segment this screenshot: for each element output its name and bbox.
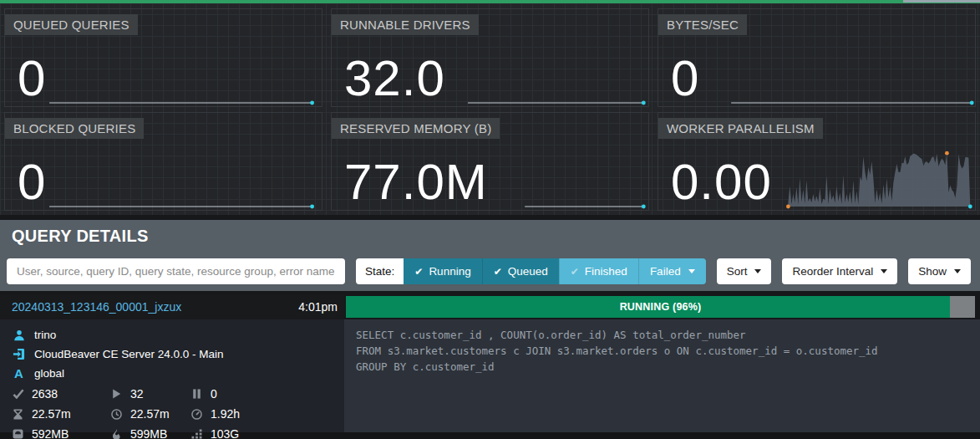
chevron-down-icon — [688, 269, 695, 273]
query-filter-toolbar: State: ✔ Running ✔ Queued ✔ Finished Fai… — [0, 252, 980, 291]
card-blocked-queries: BLOCKED QUERIES 0 — [4, 112, 322, 211]
search-input[interactable] — [7, 258, 345, 284]
progress-track: RUNNING (96%) — [346, 296, 975, 318]
stat-value: 592MB — [32, 427, 69, 439]
query-row-header: 20240313_123146_00001_jxzux 4:01pm — [0, 294, 344, 319]
card-value: 0 — [18, 52, 46, 105]
query-details-header: QUERY DETAILS — [0, 220, 980, 252]
top-progress-segment — [903, 0, 980, 3]
card-title: BLOCKED QUERIES — [5, 118, 144, 139]
pause-icon — [190, 389, 203, 399]
card-worker-parallelism: WORKER PARALLELISM 0.00 — [658, 112, 976, 211]
hourglass-icon — [12, 409, 24, 420]
current-memory-stat: 592MB — [12, 427, 110, 439]
fire-icon — [110, 429, 123, 439]
peak-memory-stat: 599MB — [110, 427, 190, 439]
sort-label: Sort — [727, 265, 748, 278]
card-value: 0 — [18, 156, 46, 208]
sign-in-icon — [12, 348, 26, 360]
play-icon — [110, 389, 123, 399]
card-reserved-memory: RESERVED MEMORY (B) 77.0M — [331, 112, 649, 211]
card-title: BYTES/SEC — [658, 14, 747, 35]
card-runnable-drivers: RUNNABLE DRIVERS 32.0 — [331, 8, 649, 107]
clock-icon — [110, 409, 123, 420]
reorder-interval-dropdown[interactable]: Reorder Interval — [782, 258, 897, 284]
query-sql-panel: SELECT c.customer_id , COUNT(o.order_id)… — [344, 319, 980, 432]
card-value: 0.00 — [671, 156, 772, 208]
stat-value: 2638 — [32, 387, 58, 401]
wall-time-stat: 22.57m — [12, 407, 110, 421]
chevron-down-icon — [881, 269, 887, 273]
card-title: RUNNABLE DRIVERS — [332, 14, 479, 35]
card-value: 32.0 — [344, 52, 445, 105]
query-user-row: trino — [12, 325, 344, 345]
cpu-time-stat: 1.92h — [190, 407, 344, 421]
query-source: CloudBeaver CE Server 24.0.0 - Main — [34, 348, 224, 360]
state-filter-label: State: — [356, 258, 404, 284]
user-icon — [12, 329, 26, 341]
page-title: QUERY DETAILS — [12, 227, 149, 246]
chevron-down-icon — [954, 269, 961, 273]
running-splits-stat: 32 — [110, 387, 190, 401]
query-stats-grid: 2638 32 0 22.57m — [12, 387, 344, 439]
state-filter-finished-button[interactable]: ✔ Finished — [559, 258, 638, 284]
resource-group-row: A global — [12, 364, 344, 383]
card-bytes-sec: BYTES/SEC 0 — [658, 8, 976, 107]
progress-label: RUNNING (96%) — [346, 296, 975, 318]
completed-splits-stat: 2638 — [12, 387, 110, 401]
card-title: WORKER PARALLELISM — [658, 118, 823, 139]
bar-chart-icon — [190, 429, 203, 439]
card-title: QUEUED QUERIES — [5, 14, 138, 35]
elapsed-time-stat: 22.57m — [110, 407, 190, 421]
query-source-row: CloudBeaver CE Server 24.0.0 - Main — [12, 345, 344, 364]
state-filter-running-button[interactable]: ✔ Running — [404, 258, 481, 284]
gauge-icon — [190, 409, 203, 420]
show-label: Show — [918, 265, 947, 278]
stat-value: 22.57m — [130, 407, 170, 421]
query-id-link[interactable]: 20240313_123146_00001_jxzux — [12, 300, 181, 314]
resource-group: global — [34, 367, 64, 380]
stat-value: 1.92h — [211, 407, 240, 421]
sort-dropdown[interactable]: Sort — [717, 258, 772, 284]
stat-value: 599MB — [130, 427, 167, 439]
card-title: RESERVED MEMORY (B) — [332, 118, 500, 139]
top-progress-bar — [0, 0, 980, 3]
queued-splits-stat: 0 — [190, 387, 344, 401]
stat-value: 32 — [130, 387, 144, 401]
state-button-label: Finished — [585, 265, 627, 278]
query-row: 20240313_123146_00001_jxzux 4:01pm RUNNI… — [0, 294, 980, 319]
card-queued-queries: QUEUED QUERIES 0 — [4, 8, 322, 107]
stat-value: 0 — [211, 387, 217, 401]
state-button-label: Queued — [508, 265, 548, 278]
query-progress: RUNNING (96%) — [344, 294, 980, 319]
check-icon: ✔ — [494, 267, 502, 277]
cumulative-memory-stat: 103G — [190, 427, 344, 439]
check-icon — [12, 389, 24, 399]
query-meta-panel: trino CloudBeaver CE Server 24.0.0 - Mai… — [0, 319, 344, 432]
query-detail-panels: trino CloudBeaver CE Server 24.0.0 - Mai… — [0, 319, 980, 432]
reorder-interval-label: Reorder Interval — [792, 265, 873, 278]
stat-value: 22.57m — [32, 407, 71, 421]
query-user: trino — [34, 329, 56, 341]
card-value: 77.0M — [344, 156, 488, 208]
query-sql-text: SELECT c.customer_id , COUNT(o.order_id)… — [356, 327, 980, 375]
state-filter-group: State: ✔ Running ✔ Queued ✔ Finished Fai… — [356, 258, 706, 284]
state-button-label: Failed — [650, 265, 681, 278]
scale-icon — [12, 429, 24, 439]
state-filter-queued-button[interactable]: ✔ Queued — [482, 258, 559, 284]
show-dropdown[interactable]: Show — [908, 258, 971, 284]
stat-value: 103G — [211, 427, 239, 439]
card-value: 0 — [671, 52, 699, 105]
query-time: 4:01pm — [298, 300, 338, 314]
resource-group-icon: A — [12, 366, 26, 380]
state-filter-failed-dropdown[interactable]: Failed — [638, 258, 706, 284]
chevron-down-icon — [754, 269, 761, 273]
font-icon: A — [14, 366, 23, 380]
state-button-label: Running — [429, 265, 470, 278]
check-icon: ✔ — [414, 267, 423, 277]
check-icon: ✔ — [571, 267, 579, 277]
cluster-dashboard: QUEUED QUERIES 0 RUNNABLE DRIVERS 32.0 B… — [0, 3, 980, 215]
